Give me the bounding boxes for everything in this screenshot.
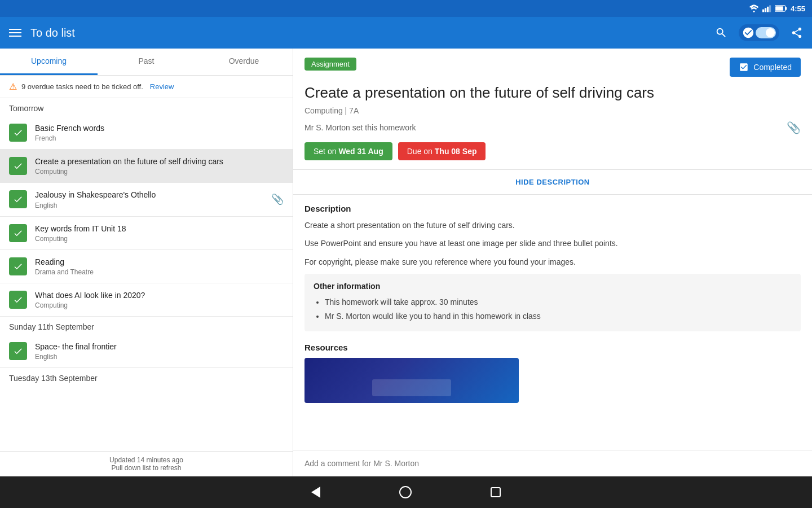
update-hint: Pull down list to refresh xyxy=(5,464,288,472)
status-icons: 4:55 xyxy=(749,5,805,13)
tab-past[interactable]: Past xyxy=(98,49,195,75)
due-label: Due on xyxy=(407,147,433,156)
home-button[interactable] xyxy=(399,486,412,498)
teacher-row: Mr S. Morton set this homework 📎 xyxy=(304,121,801,134)
check-icon xyxy=(13,346,23,356)
update-time: Updated 14 minutes ago xyxy=(5,456,288,464)
review-link[interactable]: Review xyxy=(150,82,174,91)
task-checkbox[interactable] xyxy=(9,190,27,208)
resource-thumbnail[interactable] xyxy=(304,358,519,403)
description-line-3: For copyright, please make sure you refe… xyxy=(304,256,801,268)
task-name: Key words from IT Unit 18 xyxy=(35,224,284,234)
comment-input[interactable] xyxy=(304,459,801,468)
date-badges: Set on Wed 31 Aug Due on Thu 08 Sep xyxy=(304,142,801,160)
completed-label: Completed xyxy=(753,63,792,72)
task-checkbox[interactable] xyxy=(9,157,27,175)
check-icon xyxy=(13,161,23,171)
main-content: Upcoming Past Overdue ⚠ 9 overdue tasks … xyxy=(0,49,812,476)
nav-bar xyxy=(0,476,812,508)
task-item[interactable]: Reading Drama and Theatre xyxy=(0,250,293,283)
menu-button[interactable] xyxy=(9,29,21,37)
set-date: Wed 31 Aug xyxy=(338,147,383,156)
toggle-button[interactable] xyxy=(739,24,779,41)
task-item[interactable]: What does AI look like in 2020? Computin… xyxy=(0,283,293,317)
clock-time: 4:55 xyxy=(791,5,805,13)
set-date-badge: Set on Wed 31 Aug xyxy=(304,142,392,160)
update-bar: Updated 14 minutes ago Pull down list to… xyxy=(0,451,293,476)
task-info: What does AI look like in 2020? Computin… xyxy=(35,290,284,309)
app-title: To do list xyxy=(30,27,706,40)
task-checkbox[interactable] xyxy=(9,224,27,242)
hide-description-button[interactable]: HIDE DESCRIPTION xyxy=(293,170,812,195)
check-icon xyxy=(13,295,23,305)
svg-rect-3 xyxy=(767,7,769,12)
svg-rect-7 xyxy=(775,6,783,11)
task-info: Space- the final frontier English xyxy=(35,341,284,361)
task-item[interactable]: Create a presentation on the future of s… xyxy=(0,150,293,183)
task-item[interactable]: Basic French words French xyxy=(0,116,293,150)
detail-meta: Computing | 7A xyxy=(304,106,801,115)
task-name: Space- the final frontier xyxy=(35,341,284,352)
assignment-badge: Assignment xyxy=(304,58,356,71)
signal-icon xyxy=(762,5,771,12)
share-icon[interactable] xyxy=(791,27,803,39)
home-circle-icon xyxy=(399,486,412,498)
wifi-icon xyxy=(749,5,759,12)
completed-button[interactable]: Completed xyxy=(730,58,801,77)
warning-icon: ⚠ xyxy=(9,81,17,92)
detail-header: Assignment Completed Create a presentati… xyxy=(293,49,812,170)
task-item[interactable]: Space- the final frontier English xyxy=(0,335,293,368)
section-header-tomorrow: Tomorrow xyxy=(0,98,293,116)
check-icon xyxy=(13,228,23,238)
task-subject: Computing xyxy=(35,301,284,309)
search-icon[interactable] xyxy=(715,27,727,39)
detail-body: Description Create a short presentation … xyxy=(293,195,812,413)
set-label: Set on xyxy=(314,147,336,156)
task-info: Jealousy in Shakespeare's Othello Englis… xyxy=(35,190,263,209)
tab-upcoming[interactable]: Upcoming xyxy=(0,49,98,75)
task-list: Tomorrow Basic French words French Creat… xyxy=(0,98,293,451)
comment-bar[interactable] xyxy=(293,450,812,476)
other-info-list: This homework will take approx. 30 minut… xyxy=(314,295,792,323)
task-item[interactable]: Jealousy in Shakespeare's Othello Englis… xyxy=(0,183,293,216)
task-item[interactable]: Key words from IT Unit 18 Computing xyxy=(0,217,293,250)
task-info: Create a presentation on the future of s… xyxy=(35,156,284,176)
section-header-tuesday: Tuesday 13th September xyxy=(0,368,293,386)
warning-bar: ⚠ 9 overdue tasks need to be ticked off.… xyxy=(0,76,293,98)
svg-rect-1 xyxy=(762,10,764,12)
detail-title: Create a presentation on the future of s… xyxy=(304,84,801,103)
task-checkbox[interactable] xyxy=(9,257,27,275)
task-checkbox[interactable] xyxy=(9,124,27,142)
check-icon xyxy=(13,194,23,204)
detail-top-row: Assignment Completed xyxy=(304,58,801,77)
task-subject: Drama and Theatre xyxy=(35,268,284,276)
check-circle-icon xyxy=(742,27,754,39)
battery-icon xyxy=(775,5,787,12)
svg-rect-2 xyxy=(765,8,766,12)
other-info-box: Other information This homework will tak… xyxy=(304,274,801,331)
task-name: Create a presentation on the future of s… xyxy=(35,156,284,167)
toggle-thumb xyxy=(766,28,775,37)
other-info-title: Other information xyxy=(314,282,792,291)
recents-button[interactable] xyxy=(491,487,501,497)
status-bar: 4:55 xyxy=(0,0,812,17)
app-bar-actions xyxy=(715,24,803,41)
other-info-item-1: This homework will take approx. 30 minut… xyxy=(325,295,792,309)
toggle-track xyxy=(756,27,776,38)
due-date: Thu 08 Sep xyxy=(435,147,477,156)
other-info-item-2: Mr S. Morton would like you to hand in t… xyxy=(325,309,792,323)
task-checkbox[interactable] xyxy=(9,342,27,360)
teacher-name: Mr S. Morton set this homework xyxy=(304,123,416,132)
task-subject: French xyxy=(35,134,284,142)
tab-overdue[interactable]: Overdue xyxy=(195,49,293,75)
task-info: Key words from IT Unit 18 Computing xyxy=(35,224,284,243)
resource-thumb-overlay xyxy=(372,379,451,396)
description-line-2: Use PowerPoint and ensure you have at le… xyxy=(304,237,801,249)
right-panel: Assignment Completed Create a presentati… xyxy=(293,49,812,476)
task-checkbox[interactable] xyxy=(9,291,27,309)
description-line-1: Create a short presentation on the futur… xyxy=(304,219,801,231)
back-triangle-icon xyxy=(311,487,320,498)
left-panel: Upcoming Past Overdue ⚠ 9 overdue tasks … xyxy=(0,49,293,476)
section-header-sunday: Sunday 11th September xyxy=(0,317,293,335)
back-button[interactable] xyxy=(311,487,320,498)
